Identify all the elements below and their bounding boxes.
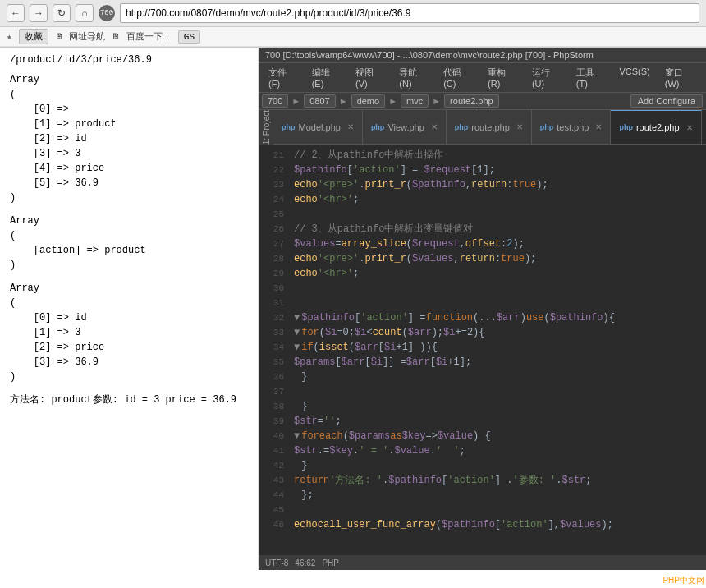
watermark: PHP中文网 [662, 575, 704, 586]
status-encoding: UTF-8 [265, 558, 288, 567]
tab-route-php[interactable]: php route.php ✕ [447, 110, 532, 144]
line-number: 27 [265, 237, 284, 251]
code-line: $str = ''; [294, 414, 699, 429]
close-icon[interactable]: ✕ [686, 123, 693, 132]
bookmark-nav[interactable]: 🗎 网址导航 [55, 30, 106, 43]
fold-arrow-icon[interactable]: ▼ [294, 310, 300, 325]
code-content[interactable]: // 2、从pathinfo中解析出操作 $pathinfo['action']… [287, 145, 706, 555]
file-tabs: php Model.php ✕ php View.php ✕ php route… [273, 110, 706, 145]
nav-back-button[interactable]: ← [7, 4, 25, 22]
line-number: 25 [265, 207, 284, 222]
code-line: echo call_user_func_array($pathinfo['act… [294, 517, 699, 532]
bookmark-gs[interactable]: GS [178, 30, 200, 44]
favicon: 700 [99, 5, 115, 21]
menu-tools[interactable]: 工具(T) [570, 65, 612, 90]
code-line: return '方法名: ' . $pathinfo['action'] . '… [294, 473, 699, 488]
code-line: ▼ $pathinfo['action'] = function (...$ar… [294, 310, 699, 325]
menu-refactor[interactable]: 重构(R) [481, 65, 524, 90]
fold-arrow-icon[interactable]: ▼ [294, 340, 300, 355]
line-number: 40 [265, 429, 284, 443]
code-line [294, 384, 699, 399]
menu-vcs[interactable]: VCS(S) [612, 65, 656, 90]
close-icon[interactable]: ✕ [595, 122, 602, 131]
php-file-icon: php [282, 123, 296, 131]
line-number: 30 [265, 281, 284, 296]
line-number: 41 [265, 443, 284, 458]
fold-arrow-icon[interactable]: ▼ [294, 325, 300, 340]
line-number: 38 [265, 399, 284, 414]
code-line [294, 503, 699, 517]
code-line: $params[$arr[$i]] = $arr[$i+1]; [294, 355, 699, 370]
line-number: 31 [265, 296, 284, 310]
php-file-icon: php [619, 123, 633, 131]
toolbar-path-0807[interactable]: 0807 [304, 94, 335, 108]
menu-edit[interactable]: 编辑(E) [305, 65, 347, 90]
browser-output-panel: /product/id/3/price/36.9 Array ( [0] => … [0, 48, 259, 570]
toolbar-path-700[interactable]: 700 [262, 94, 288, 108]
tab-label: Model.php [299, 122, 341, 132]
toolbar-path-route2[interactable]: route2.php [444, 94, 499, 108]
tab-test-php[interactable]: php test.php ✕ [532, 110, 612, 144]
fold-arrow-icon[interactable]: ▼ [294, 429, 300, 443]
array-output-3: Array ( [0] => id [1] => 3 [2] => price … [10, 281, 248, 384]
line-number: 23 [265, 177, 284, 192]
close-icon[interactable]: ✕ [516, 122, 523, 131]
code-line: echo '<hr>'; [294, 192, 699, 207]
code-line: } [294, 399, 699, 414]
menu-nav[interactable]: 导航(N) [392, 65, 435, 90]
fold-arrow-icon[interactable] [294, 458, 300, 473]
line-number: 22 [265, 163, 284, 177]
code-line: $str .= $key . ' = ' .$value .' '; [294, 443, 699, 458]
nav-home-button[interactable]: ⌂ [76, 4, 94, 22]
menu-code[interactable]: 代码(C) [437, 65, 479, 90]
project-label: 1: Project [262, 110, 271, 145]
code-line: echo '<hr>'; [294, 266, 699, 281]
line-number: 29 [265, 266, 284, 281]
ide-panel: 700 [D:\tools\wamp64\www\700] - ...\0807… [259, 48, 706, 570]
tab-view-php[interactable]: php View.php ✕ [363, 110, 447, 144]
fold-arrow-icon[interactable] [294, 488, 300, 503]
toolbar-path-demo[interactable]: demo [351, 94, 386, 108]
code-line [294, 296, 699, 310]
tab-model-php[interactable]: php Model.php ✕ [273, 110, 363, 144]
close-icon[interactable]: ✕ [347, 122, 354, 131]
php-file-icon: php [455, 123, 469, 131]
menu-file[interactable]: 文件(F) [262, 65, 304, 90]
tab-label: View.php [387, 122, 424, 132]
url-display: /product/id/3/price/36.9 [10, 54, 248, 66]
bookmark-baidu[interactable]: 🗎 百度一下， [112, 30, 172, 43]
method-output: 方法名: product参数: id = 3 price = 36.9 [10, 393, 248, 407]
browser-chrome: ← → ↻ ⌂ 700 ★ 收藏 🗎 网址导航 🗎 百度一下， GS [0, 0, 706, 48]
nav-forward-button[interactable]: → [30, 4, 48, 22]
tab-label: test.php [557, 122, 589, 132]
bookmark-favorites[interactable]: 收藏 [19, 29, 48, 44]
line-number: 37 [265, 384, 284, 399]
close-icon[interactable]: ✕ [431, 122, 438, 131]
array-output-2: Array ( [action] => product ) [10, 214, 248, 273]
ide-menubar: 文件(F) 编辑(E) 视图(V) 导航(N) 代码(C) 重构(R) 运行(U… [259, 63, 706, 93]
line-number: 39 [265, 414, 284, 429]
menu-view[interactable]: 视图(V) [349, 65, 391, 90]
line-number: 45 [265, 503, 284, 517]
code-line: ▼ foreach ($params as $key=>$value) { [294, 429, 699, 443]
tab-label: route2.php [636, 122, 680, 132]
add-config-button[interactable]: Add Configura [630, 94, 703, 108]
toolbar-path-mvc[interactable]: mvc [401, 94, 429, 108]
line-number: 28 [265, 251, 284, 266]
menu-window[interactable]: 窗口(W) [658, 65, 703, 90]
status-line: 46:62 [295, 558, 315, 567]
status-bar: UTF-8 46:62 PHP [259, 555, 706, 570]
tab-route2-php[interactable]: php route2.php ✕ [611, 110, 701, 144]
file-tabs-row: 1: Project php Model.php ✕ php View.php … [259, 110, 706, 145]
array-output-1: Array ( [0] => [1] => product [2] => id … [10, 72, 248, 205]
nav-refresh-button[interactable]: ↻ [53, 4, 71, 22]
line-number: 36 [265, 370, 284, 384]
line-number: 26 [265, 222, 284, 237]
browser-toolbar: ← → ↻ ⌂ 700 [0, 0, 706, 27]
menu-run[interactable]: 运行(U) [525, 65, 568, 90]
fold-arrow-icon[interactable] [294, 399, 300, 414]
address-bar[interactable] [120, 3, 699, 23]
fold-arrow-icon[interactable] [294, 370, 300, 384]
line-number: 32 [265, 310, 284, 325]
line-number: 44 [265, 488, 284, 503]
